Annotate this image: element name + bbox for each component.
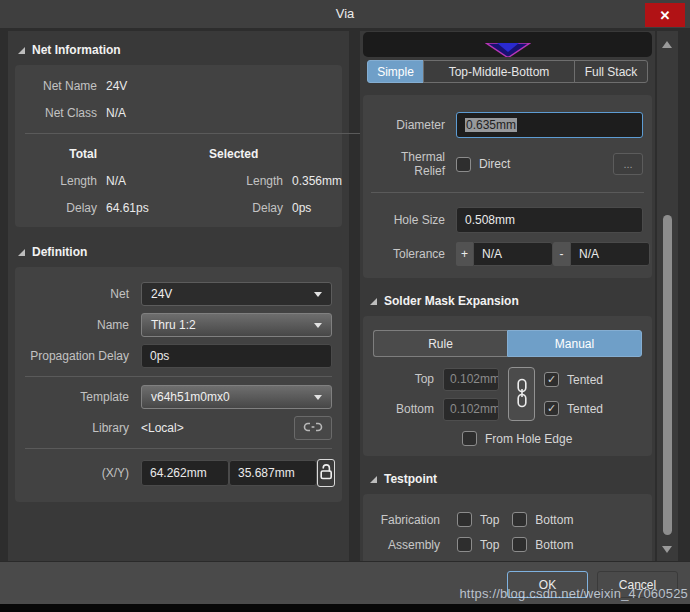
library-link-button[interactable]	[294, 416, 332, 440]
tented-bottom-label: Tented	[567, 402, 603, 416]
sm-bottom-input[interactable]: 0.102mm	[443, 398, 499, 421]
assembly-top-checkbox[interactable]	[457, 537, 472, 552]
via-dialog: Via ✕ Net Information Net Name 24V Net C…	[0, 0, 690, 612]
solder-mask-mode-toggle: Rule Manual	[373, 330, 642, 357]
tented-top-label: Tented	[567, 373, 603, 387]
via-preview	[363, 32, 652, 57]
ok-button[interactable]: OK	[507, 571, 588, 598]
x-coordinate-value: 64.262mm	[150, 466, 207, 480]
section-testpoint[interactable]: Testpoint	[360, 456, 655, 494]
rule-toggle-button[interactable]: Rule	[373, 330, 507, 357]
collapse-triangle-icon	[18, 249, 25, 256]
y-coordinate-value: 35.687mm	[238, 466, 295, 480]
chevron-down-icon	[314, 292, 322, 297]
scroll-up-icon[interactable]	[662, 41, 672, 48]
tolerance-minus-input[interactable]: N/A	[570, 242, 650, 266]
title-bar[interactable]: Via ✕	[0, 0, 690, 28]
net-class-label: Net Class	[23, 106, 97, 120]
sm-top-input[interactable]: 0.102mm	[443, 368, 499, 391]
diameter-value: 0.635mm	[465, 118, 517, 132]
hole-size-value: 0.508mm	[465, 213, 515, 227]
tab-simple[interactable]: Simple	[367, 60, 424, 83]
net-dropdown[interactable]: 24V	[141, 282, 332, 306]
testpoint-group: Fabrication Top Bottom Assembly Top Bott…	[363, 494, 652, 566]
assembly-label: Assembly	[373, 538, 457, 552]
hole-size-label: Hole Size	[372, 213, 456, 227]
lock-coordinates-button[interactable]	[317, 459, 335, 487]
template-dropdown[interactable]: v64h51m0mx0	[141, 385, 332, 409]
from-hole-edge-checkbox[interactable]	[462, 431, 477, 446]
selected-delay-label: Delay	[195, 201, 283, 215]
assembly-bottom-label: Bottom	[535, 538, 573, 552]
xy-label: (X/Y)	[25, 466, 141, 480]
toggle-label: Manual	[555, 337, 594, 351]
tolerance-plus-input[interactable]: N/A	[473, 242, 553, 266]
ok-button-label: OK	[539, 578, 556, 592]
fabrication-top-label: Top	[480, 513, 499, 527]
window-bottom-edge	[0, 604, 690, 612]
thermal-relief-more-button[interactable]: ...	[613, 153, 643, 175]
section-header-label: Solder Mask Expansion	[384, 294, 519, 308]
cancel-button[interactable]: Cancel	[597, 571, 678, 598]
scrollbar-thumb[interactable]	[663, 215, 672, 535]
section-definition[interactable]: Definition	[8, 227, 349, 267]
tab-top-middle-bottom[interactable]: Top-Middle-Bottom	[423, 60, 575, 83]
section-header-label: Net Information	[32, 43, 121, 57]
tab-label: Top-Middle-Bottom	[449, 65, 550, 79]
ellipsis-icon: ...	[623, 158, 632, 170]
total-length-value: N/A	[106, 174, 186, 188]
direct-checkbox[interactable]	[456, 157, 471, 172]
solder-mask-group: Rule Manual Top 0.102mm Bottom	[363, 316, 652, 456]
propagation-delay-label: Propagation Delay	[25, 349, 141, 363]
fabrication-label: Fabrication	[373, 513, 457, 527]
tented-bottom-checkbox[interactable]: ✓	[544, 401, 559, 416]
sm-top-value: 0.102mm	[450, 372, 499, 386]
definition-group: Net 24V Name Thru 1:2 Propagation Delay …	[15, 267, 342, 502]
name-dropdown[interactable]: Thru 1:2	[141, 313, 332, 337]
library-value: <Local>	[141, 421, 184, 435]
x-coordinate-input[interactable]: 64.262mm	[141, 460, 229, 486]
scroll-down-icon[interactable]	[662, 546, 672, 553]
total-delay-value: 64.61ps	[106, 201, 186, 215]
template-dropdown-value: v64h51m0mx0	[151, 390, 230, 404]
footer-bar: OK Cancel	[0, 561, 690, 604]
check-icon: ✓	[547, 374, 556, 385]
assembly-bottom-checkbox[interactable]	[512, 537, 527, 552]
unlocked-padlock-icon	[318, 463, 334, 484]
tab-full-stack[interactable]: Full Stack	[574, 60, 648, 83]
tolerance-plus-value: N/A	[482, 247, 502, 261]
y-coordinate-input[interactable]: 35.687mm	[229, 460, 317, 486]
from-hole-edge-label: From Hole Edge	[485, 432, 572, 446]
section-net-information[interactable]: Net Information	[8, 31, 349, 65]
section-header-label: Testpoint	[384, 472, 437, 486]
link-top-bottom-button[interactable]	[508, 367, 535, 421]
net-name-label: Net Name	[23, 79, 97, 93]
toggle-label: Rule	[428, 337, 453, 351]
selected-length-label: Length	[195, 174, 283, 188]
diameter-input[interactable]: 0.635mm	[456, 112, 643, 138]
dialog-title: Via	[0, 6, 690, 21]
divider	[25, 376, 332, 377]
sm-bottom-value: 0.102mm	[450, 402, 499, 416]
collapse-triangle-icon	[370, 298, 377, 305]
fabrication-bottom-checkbox[interactable]	[512, 512, 527, 527]
right-panel: Simple Top-Middle-Bottom Full Stack Diam…	[360, 31, 655, 561]
net-information-group: Net Name 24V Net Class N/A Total Selecte…	[15, 65, 342, 227]
section-solder-mask-expansion[interactable]: Solder Mask Expansion	[360, 278, 655, 316]
tented-top-checkbox[interactable]: ✓	[544, 372, 559, 387]
fabrication-top-checkbox[interactable]	[457, 512, 472, 527]
tolerance-minus-value: N/A	[579, 247, 599, 261]
close-button[interactable]: ✕	[645, 3, 685, 27]
right-panel-scrollbar[interactable]	[657, 31, 678, 561]
check-icon: ✓	[547, 403, 556, 414]
propagation-delay-input[interactable]: 0ps	[141, 344, 332, 368]
tolerance-plus-sign: +	[456, 242, 473, 266]
template-label: Template	[25, 390, 141, 404]
net-label: Net	[25, 287, 141, 301]
hole-size-input[interactable]: 0.508mm	[456, 207, 643, 233]
propagation-delay-value: 0ps	[150, 349, 169, 363]
collapse-triangle-icon	[370, 476, 377, 483]
close-icon: ✕	[660, 8, 671, 23]
manual-toggle-button[interactable]: Manual	[507, 330, 642, 357]
cancel-button-label: Cancel	[619, 578, 656, 592]
